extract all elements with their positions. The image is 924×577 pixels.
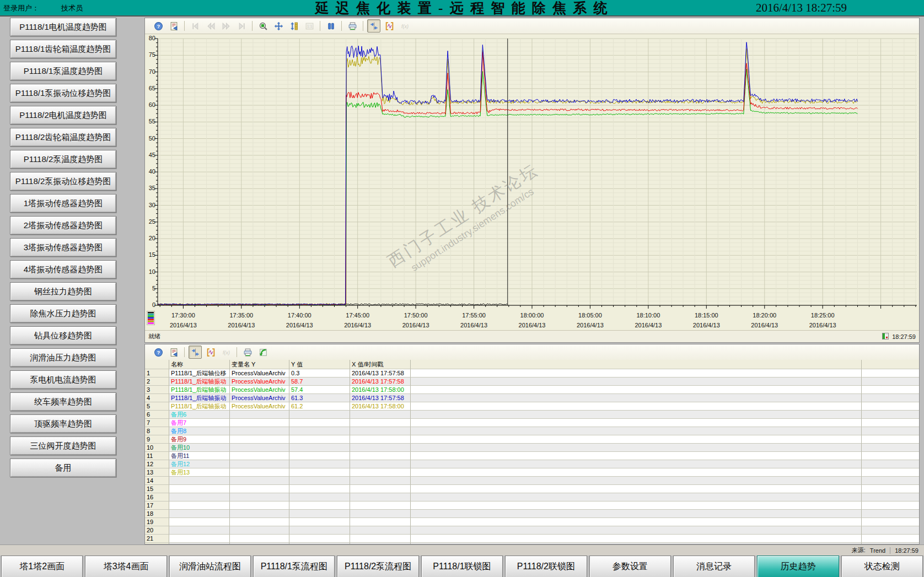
sidebar-button-13[interactable]: 钢丝拉力趋势图	[10, 282, 116, 301]
table-cell	[411, 452, 862, 460]
trend-plot-svg[interactable]	[158, 39, 917, 305]
nav-button-7[interactable]: P1118/2联锁图	[505, 556, 587, 577]
table-cell: 备用7	[169, 419, 230, 427]
table-row[interactable]: 4P1118/1_后端轴振动ProcessValueArchiv61.32016…	[145, 394, 919, 402]
report-icon[interactable]	[167, 346, 180, 359]
pause-icon[interactable]	[324, 19, 337, 33]
nav-button-11[interactable]: 状态检测	[841, 556, 923, 577]
table-row[interactable]: 14	[145, 477, 919, 485]
ruler-icon[interactable]	[189, 346, 202, 359]
help-icon[interactable]: ?	[152, 346, 165, 359]
table-row[interactable]: 13备用13	[145, 468, 919, 477]
print-icon[interactable]	[346, 19, 359, 33]
sidebar-button-16[interactable]: 润滑油压力趋势图	[10, 348, 116, 367]
table-cell	[289, 411, 350, 419]
table-row[interactable]: 6备用6	[145, 411, 919, 419]
table-row[interactable]: 8备用8	[145, 427, 919, 435]
sidebar-button-9[interactable]: 1塔振动传感器趋势图	[10, 194, 116, 213]
table-row[interactable]: 18	[145, 510, 919, 518]
table-row[interactable]: 7备用7	[145, 419, 919, 427]
table-row[interactable]: 11备用11	[145, 452, 919, 460]
sidebar-button-5[interactable]: P1118/2电机温度趋势图	[10, 106, 116, 125]
nav-button-2[interactable]: 塔3塔4画面	[85, 556, 166, 577]
table-cell	[862, 386, 919, 394]
sidebar-button-1[interactable]: P1118/1电机温度趋势图	[10, 18, 116, 36]
row-number-cell: 15	[145, 485, 169, 493]
sidebar-button-7[interactable]: P1118/2泵温度趋势图	[10, 150, 116, 169]
trend-legend-icon[interactable]	[147, 311, 155, 327]
y-axis-tick-label: 40	[145, 168, 155, 175]
table-cell	[169, 501, 230, 510]
table-cell: ProcessValueArchiv	[230, 402, 289, 411]
table-cell	[862, 378, 919, 386]
table-cell	[350, 452, 411, 460]
sidebar-button-3[interactable]: P1118/1泵温度趋势图	[10, 62, 116, 80]
table-cell	[230, 435, 289, 444]
trend-plot[interactable]: 西门子工业 技术论坛 support.industry.siemens.com/…	[158, 39, 917, 305]
table-row[interactable]: 16	[145, 493, 919, 501]
table-cell	[862, 501, 919, 510]
vzoom-icon[interactable]	[287, 19, 300, 33]
sidebar-button-17[interactable]: 泵电机电流趋势图	[10, 370, 116, 389]
sidebar-button-15[interactable]: 钻具位移趋势图	[10, 326, 116, 345]
table-row[interactable]: 9备用9	[145, 435, 919, 444]
row-number-cell: 12	[145, 460, 169, 468]
sidebar-button-11[interactable]: 3塔振动传感器趋势图	[10, 238, 116, 257]
x-axis-tick-label: 18:05:002016/4/13	[565, 311, 615, 330]
table-cell: 备用12	[169, 460, 230, 468]
svg-text:?: ?	[157, 349, 160, 355]
nav-button-4[interactable]: P1118/1泵流程图	[253, 556, 335, 577]
select-icon[interactable]	[383, 19, 396, 33]
sidebar-button-21[interactable]: 备用	[10, 459, 116, 477]
print-icon[interactable]	[241, 346, 254, 359]
table-row[interactable]: 17	[145, 501, 919, 510]
table-header-cell: X 值/时间戳	[350, 360, 411, 369]
nav-button-3[interactable]: 润滑油站流程图	[169, 556, 251, 577]
table-row[interactable]: 3P1118/1_后端轴振动ProcessValueArchiv57.42016…	[145, 386, 919, 394]
sidebar-button-12[interactable]: 4塔振动传感器趋势图	[10, 260, 116, 279]
table-row[interactable]: 5P1118/1_后端轴振动ProcessValueArchiv61.22016…	[145, 402, 919, 411]
table-row[interactable]: 15	[145, 485, 919, 493]
zoom-icon[interactable]	[256, 19, 270, 33]
x-tick-date: 2016/4/13	[565, 321, 615, 331]
table-row[interactable]: 1P1118/1_后端轴位移ProcessValueArchiv0.32016/…	[145, 369, 919, 378]
table-row[interactable]: 21	[145, 535, 919, 543]
sidebar-button-18[interactable]: 绞车频率趋势图	[10, 392, 116, 411]
nav-button-8[interactable]: 参数设置	[589, 556, 671, 577]
table-cell	[169, 518, 230, 526]
table-row[interactable]: 22	[145, 543, 919, 544]
sidebar-button-8[interactable]: P1118/2泵振动位移趋势图	[10, 172, 116, 191]
y-axis-tick-label: 70	[145, 68, 155, 75]
table-row[interactable]: 2P1118/1_后端轴振动ProcessValueArchiv58.72016…	[145, 378, 919, 386]
table-row[interactable]: 19	[145, 518, 919, 526]
sidebar-button-19[interactable]: 顶驱频率趋势图	[10, 414, 116, 433]
table-row[interactable]: 20	[145, 526, 919, 535]
nav-button-6[interactable]: P1118/1联锁图	[421, 556, 503, 577]
table-cell	[289, 543, 350, 544]
ruler-icon[interactable]	[367, 19, 380, 33]
table-cell	[862, 493, 919, 501]
x-tick-time: 18:05:00	[565, 311, 615, 321]
help-icon[interactable]: ?	[152, 19, 165, 33]
nav-button-10[interactable]: 历史趋势	[757, 556, 839, 577]
move-icon[interactable]	[272, 19, 285, 33]
table-row[interactable]: 10备用10	[145, 444, 919, 452]
nav-button-9[interactable]: 消息记录	[673, 556, 755, 577]
select-icon[interactable]	[204, 346, 217, 359]
sidebar-button-10[interactable]: 2塔振动传感器趋势图	[10, 216, 116, 235]
sidebar-button-2[interactable]: P1118/1齿轮箱温度趋势图	[10, 40, 116, 58]
table-cell	[169, 477, 230, 485]
sidebar-button-4[interactable]: P1118/1泵振动位移趋势图	[10, 84, 116, 103]
y-axis-tick-label: 0	[145, 301, 155, 308]
toolbar-separator	[184, 347, 185, 357]
sidebar-button-20[interactable]: 三位阀开度趋势图	[10, 436, 116, 455]
export-icon[interactable]	[256, 346, 270, 359]
sidebar-button-14[interactable]: 除焦水压力趋势图	[10, 304, 116, 323]
nav-button-5[interactable]: P1118/2泵流程图	[337, 556, 418, 577]
nav-button-1[interactable]: 塔1塔2画面	[1, 556, 83, 577]
table-row[interactable]: 12备用12	[145, 460, 919, 468]
report-icon[interactable]	[167, 19, 180, 33]
table-header-cell	[862, 360, 919, 369]
x-tick-date: 2016/4/13	[158, 321, 208, 331]
sidebar-button-6[interactable]: P1118/2齿轮箱温度趋势图	[10, 128, 116, 147]
